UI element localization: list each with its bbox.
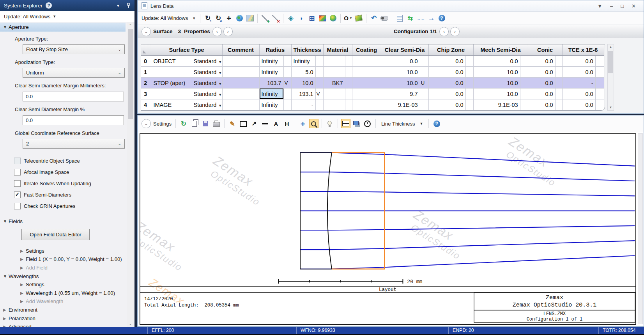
material-flag[interactable] [345,89,352,99]
table-row-2-stop[interactable]: 2 STOP (aper) Standard▼ 103.7 V 10.0 BK7… [141,78,604,89]
surface-name-cell[interactable]: OBJECT [151,56,192,67]
converge-arrows-icon[interactable] [416,14,425,23]
coordinate-globe-icon[interactable] [328,14,338,23]
pencil-annotation-icon[interactable] [228,119,237,128]
undo-icon[interactable] [369,14,379,23]
scroll-up-icon[interactable]: ⌃ [127,22,134,28]
radius-cell[interactable]: Infinity [259,67,283,78]
comment-cell[interactable] [222,78,259,89]
row-number[interactable]: 2 [141,78,151,89]
image-export-icon[interactable] [245,14,255,23]
sidebar-update-dropdown[interactable]: Update: All Windows ▼ [0,11,134,22]
section-polarization[interactable]: ▶ Polarization [0,314,126,323]
clone-window-icon[interactable] [352,119,361,128]
scroll-down-icon[interactable]: ▼ [608,105,614,110]
radius-cell-selected[interactable]: Infinity [259,89,283,99]
thickness-flag[interactable] [315,56,323,67]
wavelengths-settings-item[interactable]: ▶ Settings [0,280,126,289]
clear-semi-flag[interactable] [420,67,428,78]
rectangle-annotation-icon[interactable] [239,119,248,128]
checkbox-iterate-solves[interactable]: Iterate Solves When Updating [14,179,126,187]
clear-semi-flag[interactable] [420,89,428,99]
clear-semi-flag[interactable]: U [420,78,428,89]
mech-semi-flag[interactable] [520,99,528,110]
radius-cell[interactable]: Infinity [259,56,283,67]
row-number[interactable]: 4 [141,99,151,110]
chip-zone-flag[interactable] [465,56,473,67]
section-aperture[interactable]: ▼ Aperture [0,23,126,32]
lde-update-dropdown[interactable]: Update: All Windows ▼ [142,15,196,21]
col-coating[interactable]: Coating [352,44,381,56]
coating-flag[interactable] [374,99,381,110]
radius-flag[interactable] [283,89,291,99]
mech-semi-flag[interactable] [520,67,528,78]
chip-zone-cell[interactable]: 0.0 [428,78,465,89]
chip-zone-cell[interactable]: 0.0 [428,99,465,110]
col-clear-semi-dia[interactable]: Clear Semi-Dia [381,44,428,56]
surface-name-cell[interactable]: IMAGE [151,99,192,110]
coating-flag[interactable] [374,89,381,99]
split-window-icon[interactable] [341,119,350,128]
aperture-icon[interactable] [286,14,295,23]
mech-semi-cell[interactable]: 10.0 [473,89,520,99]
coating-tool-icon[interactable] [354,14,363,23]
width-annotation-icon[interactable] [282,119,292,128]
checkbox-check-grin[interactable]: Check GRIN Apertures [14,202,126,210]
surface-name-cell[interactable]: STOP (aper) [151,78,192,89]
checkbox-telecentric[interactable]: Telecentric Object Space [14,157,126,165]
surface-properties-list-icon[interactable] [395,14,404,23]
ring-aperture-dropdown-icon[interactable]: ▼ [343,14,353,23]
maximize-icon[interactable]: □ [621,3,624,9]
section-fields[interactable]: ▼ Fields [0,217,126,226]
chip-zone-flag[interactable] [465,89,473,99]
fields-settings-item[interactable]: ▶ Settings [0,247,126,255]
conic-flag[interactable] [555,78,562,89]
next-config-button[interactable]: › [450,27,460,36]
row-number[interactable]: 1 [141,67,151,78]
mech-semi-cell[interactable]: 0.0 [473,56,520,67]
layout-scrollbar[interactable] [638,133,643,324]
material-cell[interactable]: BK7 [323,78,345,89]
section-environment[interactable]: ▶ Environment [0,306,126,314]
tce-flag[interactable] [595,67,604,78]
mech-semi-flag[interactable] [520,89,528,99]
tce-cell[interactable]: - [562,78,595,89]
arrow-annotation-icon[interactable] [249,119,259,128]
mech-semi-flag[interactable] [520,78,528,89]
section-advanced[interactable]: ▶ Advanced [0,323,126,327]
clear-semi-cell[interactable]: 10.0 [381,67,420,78]
coating-cell[interactable] [352,67,374,78]
tce-cell[interactable]: 0.0 [562,89,595,99]
global-ref-surface-select[interactable]: 2⌄ [23,139,125,149]
copy-icon[interactable] [190,119,199,128]
table-row-1[interactable]: 1 Standard▼ Infinity 5.0 10.0 0.0 10.0 0… [141,67,604,78]
field-1-item[interactable]: ▶ Field 1 (X = 0.00, Y = 0.00, Weight = … [0,255,126,264]
settings-expander-icon[interactable]: ⌄ [142,119,151,128]
conic-flag[interactable] [555,99,562,110]
clear-semi-flag[interactable] [420,99,428,110]
pan-editor-icon[interactable] [224,14,234,23]
chip-zone-cell[interactable]: 0.0 [428,56,465,67]
prev-config-button[interactable]: ‹ [439,27,449,36]
col-thickness[interactable]: Thickness [291,44,323,56]
chip-zone-flag[interactable] [465,78,473,89]
tce-flag[interactable] [595,56,604,67]
col-conic[interactable]: Conic [528,44,562,56]
line-annotation-icon[interactable] [260,119,270,128]
refresh-all-icon[interactable]: A [214,14,223,23]
material-flag[interactable] [345,56,352,67]
conic-cell[interactable]: 0.0 [528,56,555,67]
chip-zone-cell[interactable]: 0.0 [428,67,465,78]
save-icon[interactable] [201,119,210,128]
radius-cell[interactable]: Infinity [259,99,283,110]
clear-semi-cell[interactable]: 0.0 [381,56,420,67]
surface-type-cell[interactable]: Standard▼ [192,56,222,67]
col-mech-semi-dia[interactable]: Mech Semi-Dia [473,44,528,56]
pin-icon[interactable] [126,3,131,8]
tce-flag[interactable] [595,99,604,110]
row-number[interactable]: 3 [141,89,151,99]
zoom-icon[interactable] [309,119,318,128]
coating-flag[interactable] [374,56,381,67]
coating-cell[interactable] [352,56,374,67]
mech-semi-flag[interactable] [520,56,528,67]
